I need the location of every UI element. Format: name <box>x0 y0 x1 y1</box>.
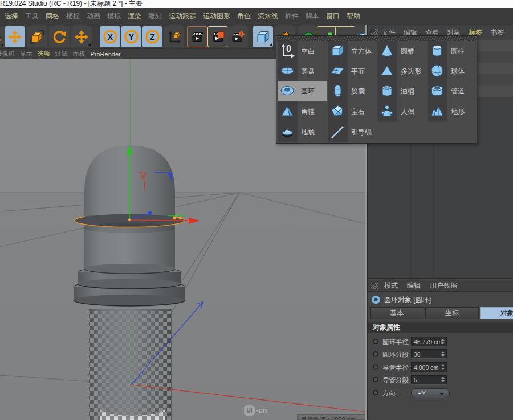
menu-mesh[interactable]: 网格 <box>42 11 63 21</box>
param-dot-icon[interactable] <box>373 364 378 370</box>
primitive-sphere[interactable]: 球体 <box>427 61 477 81</box>
render-view-button[interactable] <box>187 26 207 47</box>
primitive-figure[interactable]: 人偶 <box>377 101 427 121</box>
watermark-logo: UI <box>244 405 255 416</box>
menu-mograph[interactable]: 运动图形 <box>199 11 234 21</box>
scale-tool-button[interactable] <box>27 26 47 47</box>
scale-icon <box>30 30 44 44</box>
menu-snap[interactable]: 捕捉 <box>63 11 83 21</box>
drag-handle-icon[interactable] <box>371 283 378 289</box>
primitive-disc[interactable]: 圆盘 <box>278 61 327 81</box>
primitive-landscape[interactable]: 地形 <box>427 101 477 121</box>
torus-object-icon <box>372 296 380 304</box>
menu-window[interactable]: 窗口 <box>323 11 343 21</box>
menu-render[interactable]: 渲染 <box>124 11 145 21</box>
ring-segments-input[interactable]: 36 <box>411 349 447 359</box>
lock-z-axis-button[interactable]: Z <box>142 26 162 47</box>
primitive-tube[interactable]: 管道 <box>427 81 477 101</box>
tube-icon <box>430 83 445 99</box>
attribute-menu: 模式 编辑 用户数据 <box>368 280 513 292</box>
render-settings-icon <box>231 30 245 44</box>
plane-icon <box>330 63 345 79</box>
last-tool-button[interactable] <box>71 26 92 47</box>
main-menu-bar: 选择 工具 网格 捕捉 动画 模拟 渲染 雕刻 运动跟踪 运动图形 角色 流水线… <box>0 8 513 25</box>
coordinate-system-button[interactable] <box>164 26 184 47</box>
vp-menu-panel[interactable]: 面板 <box>70 50 88 58</box>
render-picture-viewer-button[interactable] <box>207 26 228 47</box>
coordinate-system-icon <box>167 30 181 44</box>
stepper[interactable] <box>441 364 445 371</box>
primitive-pyramid[interactable]: 角锥 <box>278 101 327 121</box>
vp-menu-camera[interactable]: 摄像机 <box>0 50 17 58</box>
drag-handle-icon[interactable] <box>370 29 378 35</box>
lock-y-axis-button[interactable]: Y <box>121 26 141 47</box>
add-primitive-button[interactable] <box>253 26 273 47</box>
vp-menu-filter[interactable]: 过滤 <box>52 50 70 58</box>
primitive-platonic[interactable]: 宝石 <box>328 101 377 121</box>
menu-animate[interactable]: 动画 <box>83 11 104 21</box>
primitive-null[interactable]: 0 空白 <box>278 41 327 61</box>
svg-text:Z: Z <box>150 32 155 42</box>
stepper[interactable] <box>441 351 445 358</box>
rotate-icon <box>52 30 67 44</box>
status-tooltip: 目标距离 : 1009 cm <box>297 414 367 420</box>
menu-plugins[interactable]: 插件 <box>282 11 302 21</box>
param-dot-icon[interactable] <box>373 351 378 357</box>
null-icon: 0 <box>280 43 295 59</box>
primitive-cone[interactable]: 圆锥 <box>377 41 427 61</box>
primitive-polygon[interactable]: 多边形 <box>377 61 427 81</box>
vp-menu-display[interactable]: 显示 <box>17 50 35 58</box>
window-title-bar: R19.024 Studio (RC - R19) - [未标题 2 *] - … <box>0 0 513 8</box>
menu-tools[interactable]: 工具 <box>22 11 42 21</box>
menu-motion-tracker[interactable]: 运动跟踪 <box>165 11 199 21</box>
menu-script[interactable]: 脚本 <box>302 11 323 21</box>
ring-radius-input[interactable]: 46.779 cm <box>411 337 447 346</box>
menu-select[interactable]: 选择 <box>1 11 22 21</box>
param-dot-icon[interactable] <box>373 390 378 395</box>
oil-tank-icon <box>380 83 395 99</box>
primitive-relief[interactable]: 地貌 <box>278 122 327 142</box>
selection-cursor-button[interactable] <box>0 26 5 47</box>
menu-pipeline[interactable]: 流水线 <box>254 11 282 21</box>
tab-coordinates[interactable]: 坐标 <box>425 307 479 319</box>
attr-menu-userdata[interactable]: 用户数据 <box>430 281 457 291</box>
rotate-tool-button[interactable] <box>49 26 70 47</box>
menu-character[interactable]: 角色 <box>234 11 254 21</box>
vp-menu-prorender[interactable]: ProRender <box>88 51 123 58</box>
x-axis-icon: X <box>103 29 118 44</box>
primitive-torus[interactable]: 圆环 <box>278 81 327 101</box>
attr-section-header: 对象属性 <box>368 322 513 333</box>
menu-help[interactable]: 帮助 <box>343 11 364 21</box>
landscape-icon <box>430 104 445 119</box>
param-dot-icon[interactable] <box>373 377 378 382</box>
pipe-radius-input[interactable]: 4.009 cm <box>411 362 447 372</box>
param-dot-icon[interactable] <box>373 339 378 344</box>
attr-menu-edit[interactable]: 编辑 <box>407 281 421 291</box>
svg-text:Y: Y <box>128 32 134 42</box>
primitive-oiltank[interactable]: 油桶 <box>377 81 427 101</box>
move-tool-button[interactable] <box>5 26 25 47</box>
primitive-cylinder[interactable]: 圆柱 <box>427 41 477 61</box>
stepper[interactable] <box>441 377 445 384</box>
attr-row-ring-radius: 圆环半径 46.779 cm <box>368 337 513 348</box>
primitive-capsule[interactable]: 胶囊 <box>328 81 377 101</box>
attr-menu-mode[interactable]: 模式 <box>384 281 398 291</box>
primitive-plane[interactable]: 平面 <box>328 61 377 81</box>
menu-simulate[interactable]: 模拟 <box>104 11 124 21</box>
popup-drag-handle[interactable] <box>277 36 476 41</box>
orientation-dropdown[interactable]: +Y <box>411 388 450 398</box>
attr-object-row: 圆环对象 [圆环] <box>368 293 513 307</box>
lock-x-axis-button[interactable]: X <box>100 26 120 47</box>
primitive-cube[interactable]: 立方体 <box>328 41 377 61</box>
primitives-popup: 0 空白 圆盘 圆环 角锥 <box>276 35 477 144</box>
cone-icon <box>380 43 395 59</box>
stepper[interactable] <box>441 339 445 345</box>
tab-object[interactable]: 对象 <box>480 307 513 319</box>
vp-menu-options[interactable]: 选项 <box>35 50 52 58</box>
pipe-segments-input[interactable]: 5 <box>411 375 447 385</box>
tab-basic[interactable]: 基本 <box>370 307 424 319</box>
om-menu-bookmarks[interactable]: 书签 <box>490 28 504 38</box>
menu-sculpt[interactable]: 雕刻 <box>145 11 165 21</box>
render-settings-button[interactable] <box>227 26 248 47</box>
primitive-guide[interactable]: 引导线 <box>328 122 377 142</box>
